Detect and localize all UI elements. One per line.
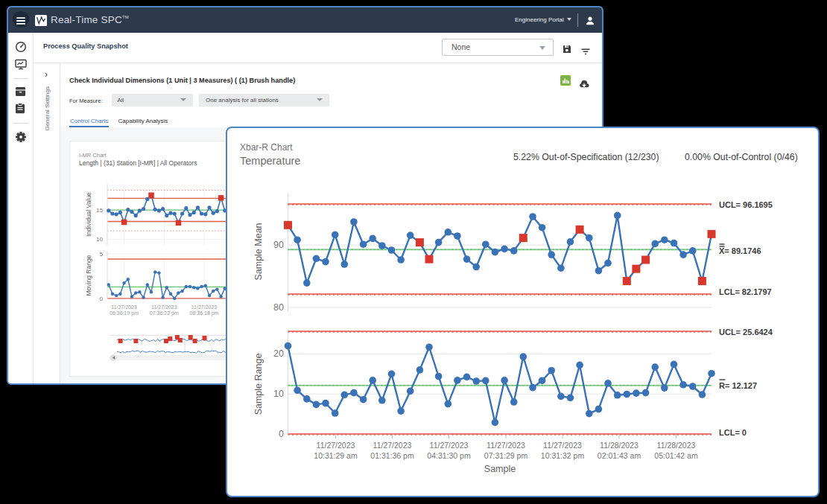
svg-text:0: 0 — [279, 429, 284, 439]
svg-text:11/28/2023: 11/28/2023 — [600, 441, 639, 450]
svg-text:0: 0 — [99, 295, 103, 302]
svg-text:07:31:29 pm: 07:31:29 pm — [484, 451, 528, 460]
svg-text:11/27/2023: 11/27/2023 — [543, 441, 582, 450]
svg-text:11/28/2023: 11/28/2023 — [657, 441, 696, 450]
svg-text:LCL= 82.1797: LCL= 82.1797 — [719, 287, 772, 296]
svg-text:04:31:30 pm: 04:31:30 pm — [427, 451, 471, 460]
svg-text:20: 20 — [273, 348, 284, 359]
svg-text:R= 12.127: R= 12.127 — [719, 381, 757, 390]
svg-text:05:01:42 am: 05:01:42 am — [654, 451, 698, 460]
svg-text:08:36:18 pm: 08:36:18 pm — [189, 310, 218, 316]
svg-text:LCL= 0: LCL= 0 — [719, 428, 747, 437]
svg-text:11/27/2023: 11/27/2023 — [151, 304, 177, 309]
svg-text:11/27/2023: 11/27/2023 — [487, 441, 525, 450]
svg-text:5: 5 — [99, 250, 103, 257]
svg-text:11/27/2023: 11/27/2023 — [430, 441, 469, 450]
svg-text:Sample Mean: Sample Mean — [253, 223, 264, 280]
svg-text:11/27/2023: 11/27/2023 — [317, 441, 355, 450]
svg-text:Individual Value: Individual Value — [85, 192, 92, 237]
svg-text:10:31:29 am: 10:31:29 am — [314, 451, 358, 460]
svg-text:11/27/2023: 11/27/2023 — [111, 304, 137, 309]
svg-text:02:01:43 am: 02:01:43 am — [598, 451, 641, 460]
svg-text:UCL= 25.6424: UCL= 25.6424 — [719, 328, 773, 336]
svg-text:90: 90 — [273, 240, 284, 250]
svg-text:Sample: Sample — [484, 464, 516, 474]
svg-text:07:36:22 pm: 07:36:22 pm — [150, 310, 179, 316]
svg-text:10:31:32 pm: 10:31:32 pm — [541, 451, 585, 460]
svg-text:Sample Range: Sample Range — [253, 354, 264, 415]
svg-text:11/27/2023: 11/27/2023 — [191, 304, 217, 309]
svg-text:11/27/2023: 11/27/2023 — [373, 441, 412, 450]
svg-text:Moving Range: Moving Range — [85, 255, 92, 296]
svg-text:15: 15 — [96, 207, 103, 214]
svg-text:10: 10 — [273, 389, 284, 399]
svg-text:X= 89.1746: X= 89.1746 — [719, 246, 761, 255]
svg-text:UCL= 96.1695: UCL= 96.1695 — [719, 200, 773, 209]
svg-text:10: 10 — [96, 236, 103, 243]
svg-text:06:36:19 pm: 06:36:19 pm — [110, 310, 139, 316]
svg-text:80: 80 — [273, 302, 284, 313]
svg-text:01:31:36 pm: 01:31:36 pm — [370, 451, 414, 460]
